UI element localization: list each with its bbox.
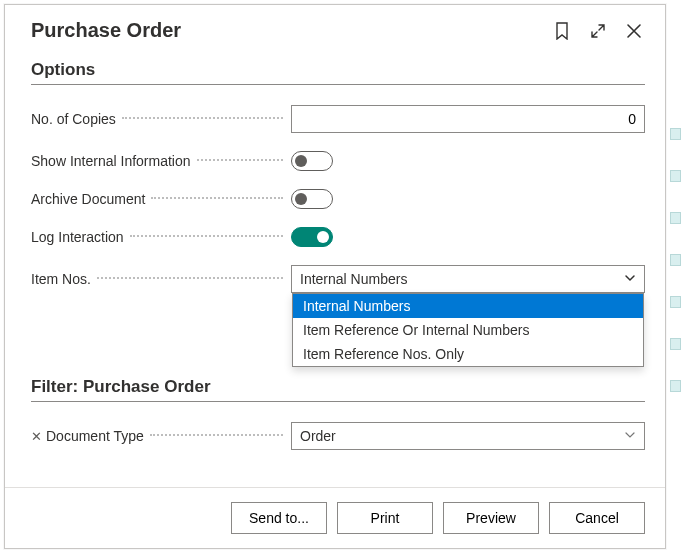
header-icons <box>553 22 643 40</box>
label-dots <box>197 159 283 161</box>
label-archive-document: Archive Document <box>31 191 291 207</box>
options-divider <box>31 84 645 85</box>
options-section-title: Options <box>31 60 639 80</box>
filter-divider <box>31 401 645 402</box>
filter-section-title: Filter: Purchase Order <box>31 377 639 397</box>
label-dots <box>150 434 283 436</box>
cancel-button[interactable]: Cancel <box>549 502 645 534</box>
row-show-internal: Show Internal Information <box>31 151 645 171</box>
row-item-nos: Item Nos. Internal Numbers Internal Numb… <box>31 265 645 293</box>
label-text: No. of Copies <box>31 111 116 127</box>
label-dots <box>130 235 283 237</box>
item-nos-option[interactable]: Internal Numbers <box>293 294 643 318</box>
label-text: Document Type <box>46 428 144 444</box>
document-type-select[interactable]: Order <box>291 422 645 450</box>
purchase-order-dialog: Purchase Order Options No. of Copies Sho… <box>4 4 666 549</box>
expand-icon[interactable] <box>589 22 607 40</box>
label-text: Archive Document <box>31 191 145 207</box>
chevron-down-icon <box>624 429 636 444</box>
item-nos-dropdown: Internal Numbers Item Reference Or Inter… <box>292 293 644 367</box>
label-show-internal: Show Internal Information <box>31 153 291 169</box>
show-internal-toggle[interactable] <box>291 151 333 171</box>
label-document-type: ✕ Document Type <box>31 428 291 444</box>
label-text: Log Interaction <box>31 229 124 245</box>
label-dots <box>97 277 283 279</box>
item-nos-option[interactable]: Item Reference Or Internal Numbers <box>293 318 643 342</box>
item-nos-selected: Internal Numbers <box>300 271 624 287</box>
send-to-button[interactable]: Send to... <box>231 502 327 534</box>
item-nos-option[interactable]: Item Reference Nos. Only <box>293 342 643 366</box>
label-item-nos: Item Nos. <box>31 271 291 287</box>
row-log-interaction: Log Interaction <box>31 227 645 247</box>
dialog-footer: Send to... Print Preview Cancel <box>5 487 665 548</box>
label-text: Show Internal Information <box>31 153 191 169</box>
document-type-value: Order <box>300 428 624 444</box>
row-no-of-copies: No. of Copies <box>31 105 645 133</box>
no-of-copies-input[interactable] <box>291 105 645 133</box>
preview-button[interactable]: Preview <box>443 502 539 534</box>
label-dots <box>122 117 283 119</box>
dialog-header: Purchase Order <box>5 5 665 42</box>
dialog-title: Purchase Order <box>31 19 553 42</box>
chevron-down-icon <box>624 272 636 287</box>
label-no-of-copies: No. of Copies <box>31 111 291 127</box>
label-dots <box>151 197 283 199</box>
close-icon[interactable] <box>625 22 643 40</box>
background-artifact <box>670 128 681 422</box>
item-nos-select[interactable]: Internal Numbers Internal Numbers Item R… <box>291 265 645 293</box>
bookmark-icon[interactable] <box>553 22 571 40</box>
print-button[interactable]: Print <box>337 502 433 534</box>
label-text: Item Nos. <box>31 271 91 287</box>
row-archive-document: Archive Document <box>31 189 645 209</box>
remove-filter-icon[interactable]: ✕ <box>31 429 42 444</box>
row-document-type: ✕ Document Type Order <box>31 422 645 450</box>
label-log-interaction: Log Interaction <box>31 229 291 245</box>
log-interaction-toggle[interactable] <box>291 227 333 247</box>
archive-document-toggle[interactable] <box>291 189 333 209</box>
